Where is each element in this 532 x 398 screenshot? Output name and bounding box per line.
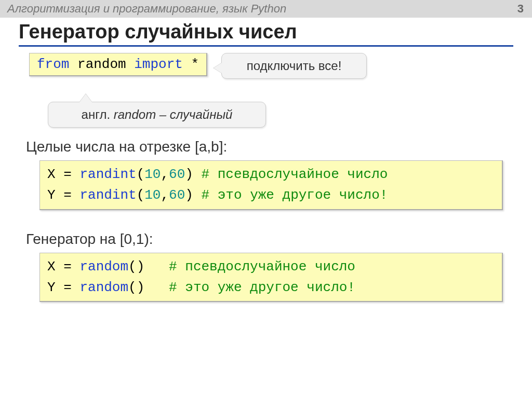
kw-import: import [134, 57, 183, 72]
comment: # псевдослучайное число [202, 167, 388, 182]
var: Y [47, 280, 56, 295]
import-block: from random import * подключить все! анг… [29, 53, 513, 76]
star: * [191, 57, 200, 72]
float-code-box: X = random() # псевдослучайное число Y =… [39, 253, 503, 303]
num: 60 [169, 167, 185, 182]
subhead-float: Генератор на [0,1): [26, 231, 513, 248]
callout-arrow-icon [79, 94, 92, 102]
comma: , [161, 187, 169, 203]
fn: randint [79, 187, 136, 203]
topic-text: Алгоритмизация и программирование, язык … [7, 2, 286, 15]
pad [144, 280, 169, 295]
annotation-italic: random – случайный [114, 107, 233, 121]
code-line: Y = random() # это уже другое число! [47, 277, 495, 298]
annotation-connect-all-text: подключить все! [247, 59, 342, 73]
var: X [47, 167, 56, 182]
import-code-box: from random import * [29, 53, 207, 76]
call: () [128, 280, 144, 295]
paren: ( [137, 167, 145, 182]
code-line: X = randint(10,60) # псевдослучайное чис… [47, 164, 495, 185]
top-bar: Алгоритмизация и программирование, язык … [0, 0, 532, 18]
comma: , [161, 167, 169, 182]
page-number: 3 [517, 2, 524, 16]
fn: randint [79, 167, 136, 182]
paren: ) [185, 187, 193, 203]
var: X [47, 259, 56, 275]
annotation-prefix: англ. [82, 107, 114, 121]
annotation-random-meaning: англ. random – случайный [48, 102, 266, 128]
module-name: random [77, 57, 126, 72]
subhead-int: Целые числа на отрезке [a,b]: [26, 139, 513, 155]
slide-content: Генератор случайных чисел from random im… [0, 18, 532, 302]
num: 10 [144, 187, 161, 203]
var: Y [47, 187, 56, 203]
slide-title: Генератор случайных чисел [19, 21, 513, 47]
num: 10 [144, 167, 161, 182]
comment: # это уже другое число! [169, 280, 355, 295]
comment: # это уже другое число! [202, 187, 388, 203]
callout-arrow-icon [214, 63, 222, 73]
pad [144, 259, 169, 275]
comment: # псевдослучайное число [169, 259, 355, 275]
code-line: Y = randint(10,60) # это уже другое числ… [47, 185, 495, 205]
annotation-connect-all: подключить все! [221, 53, 367, 79]
code-line: X = random() # псевдослучайное число [47, 256, 495, 277]
fn: random [79, 280, 128, 295]
kw-from: from [37, 57, 69, 72]
fn: random [79, 259, 128, 275]
paren: ) [185, 167, 193, 182]
int-code-box: X = randint(10,60) # псевдослучайное чис… [39, 160, 503, 210]
num: 60 [169, 187, 185, 203]
call: () [128, 259, 144, 275]
paren: ( [137, 187, 145, 203]
